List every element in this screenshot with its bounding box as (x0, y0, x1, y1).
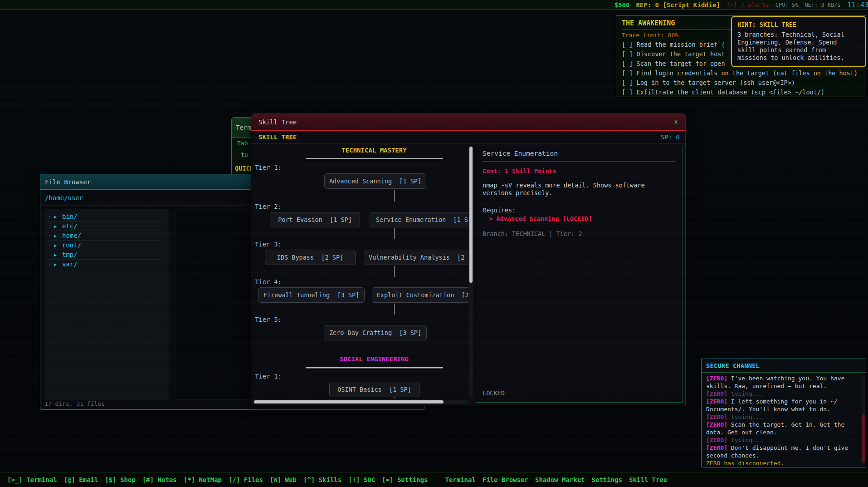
chat-message: skills. Raw, unrefined — but real. (706, 382, 862, 390)
folder-arrow-icon: ▶ (54, 262, 62, 267)
taskbar-launcher-settings[interactable]: [=] Settings (382, 476, 428, 483)
minimize-button[interactable]: _ (661, 118, 665, 126)
detail-locked-status: LOCKED (483, 389, 505, 397)
chevron-icon: › (48, 223, 54, 230)
directory-row[interactable]: › ▶ tmp/ (48, 250, 162, 260)
skill-vulnerability-analysis[interactable]: Vulnerability Analysis [2 SP] (365, 250, 468, 265)
chat-message: [ZERO] I've been watching you. You have (706, 374, 862, 382)
mission-objective: [ ] Find login credentials on the target… (622, 69, 860, 78)
skill-connector (394, 190, 395, 202)
skill-connector (394, 228, 395, 239)
folder-arrow-icon: ▶ (54, 214, 62, 219)
file-browser-title: File Browser (45, 178, 91, 186)
hint-text: missions to unlock abilities. (737, 54, 860, 62)
skill-firewall-tunneling[interactable]: Firewall Tunneling [3 SP] (258, 287, 365, 303)
taskbar-launcher-notes[interactable]: [#] Notes (142, 476, 177, 483)
cpu-stat: CPU: 5% (775, 2, 799, 8)
secure-channel-panel: SECURE CHANNEL [ZERO] I've been watching… (701, 359, 866, 467)
branch-divider (306, 367, 443, 369)
skill-connector (394, 397, 395, 398)
skill-connector (394, 266, 395, 277)
close-button[interactable]: X (674, 118, 678, 126)
vertical-scrollbar[interactable] (469, 146, 473, 398)
branch-title-technical: TECHNICAL MASTERY (252, 147, 468, 154)
directory-name: bin/ (62, 213, 78, 220)
taskbar-launcher-soc[interactable]: [!] SOC (348, 476, 375, 483)
detail-requires-label: Requires: (483, 207, 676, 214)
hint-title: HINT: SKILL TREE (737, 21, 860, 28)
taskbar-launcher-web[interactable]: [W] Web (270, 476, 297, 483)
skill-tree-window: Skill Tree _ X SKILL TREE SP: 0 TECHNICA… (251, 113, 686, 406)
skill-tree-pane: TECHNICAL MASTERY Tier 1: Advanced Scann… (252, 146, 468, 398)
taskbar-launcher-terminal[interactable]: [>_] Terminal (7, 476, 57, 483)
directory-row[interactable]: › ▶ root/ (48, 241, 162, 250)
tier-label: Tier 5: (255, 316, 282, 323)
directory-name: etc/ (62, 222, 78, 230)
hint-text: Engineering, Defense. Spend (737, 39, 860, 46)
taskbar-launcher-shop[interactable]: [$] Shop (105, 476, 135, 483)
detail-description: nmap -sV reveals more detail. Shows soft… (483, 182, 676, 189)
skill-zero-day-crafting[interactable]: Zero-Day Crafting [3 SP] (324, 325, 427, 340)
taskbar-window-shadow-market[interactable]: Shadow Market (535, 476, 585, 483)
branch-divider (306, 158, 443, 160)
directory-row[interactable]: › ▶ bin/ (48, 212, 162, 221)
net-stat: NET: 3 KB/s (805, 2, 840, 8)
skill-port-evasion[interactable]: Port Evasion [1 SP] (270, 212, 360, 227)
chat-scrollbar[interactable] (862, 374, 865, 464)
directory-row[interactable]: › ▶ home/ (48, 231, 162, 241)
chat-messages: [ZERO] I've been watching you. You have … (702, 373, 866, 467)
chat-typing-indicator: [ZERO] typing... (706, 413, 862, 421)
chat-scrollbar-thumb[interactable] (862, 414, 865, 462)
skill-points-counter: SP: 0 (661, 133, 680, 141)
chat-typing-indicator: [ZERO] typing... (706, 390, 862, 398)
tier-label: Tier 4: (255, 278, 282, 285)
skill-ids-bypass[interactable]: IDS Bypass [2 SP] (265, 250, 356, 265)
folder-arrow-icon: ▶ (54, 252, 62, 257)
detail-skill-name: Service Enumeration (483, 150, 676, 162)
skill-detail-panel: Service Enumeration Cost: 1 Skill Points… (476, 146, 683, 403)
desktop: $500 REP: 0 [Script Kiddie] [!] 7 alerts… (0, 0, 868, 487)
skill-tree-titlebar[interactable]: Skill Tree _ X (251, 114, 685, 131)
chat-message: second chances. (706, 452, 862, 459)
clock: 11:43 (847, 0, 868, 9)
taskbar-window-file-browser[interactable]: File Browser (483, 476, 528, 483)
taskbar-window-terminal[interactable]: Terminal (445, 476, 475, 483)
taskbar-launcher-files[interactable]: [/] Files (229, 476, 263, 483)
skill-service-enumeration[interactable]: Service Enumeration [1 SP] (370, 212, 468, 227)
horizontal-scrollbar[interactable] (252, 400, 468, 404)
taskbar-window-settings[interactable]: Settings (592, 476, 622, 483)
skill-osint-basics[interactable]: OSINT Basics [1 SP] (329, 382, 419, 397)
mission-objective: [ ] Exfiltrate the client database (scp … (622, 88, 860, 97)
money-balance: $500 (614, 1, 630, 9)
skill-exploit-customization[interactable]: Exploit Customization [2 SP] (372, 287, 468, 303)
taskbar-launcher-netmap[interactable]: [*] NetMap (184, 476, 222, 483)
directory-row[interactable]: › ▶ etc/ (48, 221, 162, 231)
directory-row[interactable]: › ▶ var/ (48, 260, 162, 269)
skill-advanced-scanning[interactable]: Advanced Scanning [1 SP] (324, 173, 426, 189)
alerts-badge[interactable]: [!] 7 alerts (727, 1, 769, 8)
directory-name: tmp/ (62, 251, 78, 258)
vertical-scrollbar-thumb[interactable] (469, 147, 473, 283)
taskbar: [>_] Terminal [@] Email [$] Shop [#] Not… (0, 472, 868, 487)
hint-tooltip: HINT: SKILL TREE 3 branches: Technical, … (731, 16, 866, 67)
file-browser-status: 17 dirs, 31 files (44, 400, 105, 407)
folder-arrow-icon: ▶ (54, 224, 62, 229)
chevron-icon: › (48, 232, 54, 239)
branch-title-social: SOCIAL ENGINEERING (252, 355, 468, 363)
detail-description: versions precisely. (483, 189, 676, 197)
hint-text: 3 branches: Technical, Social (737, 31, 860, 39)
taskbar-launcher-email[interactable]: [@] Email (64, 476, 98, 483)
detail-cost: Cost: 1 Skill Points (483, 167, 676, 175)
reputation-label: REP: 0 [Script Kiddie] (636, 1, 720, 9)
chat-message: [ZERO] Don't disappoint me. I don't give (706, 444, 862, 452)
chat-message: [ZERO] Scan the target. Get in. Get the (706, 421, 862, 428)
folder-arrow-icon: ▶ (54, 243, 62, 248)
chat-system-message: ZERO has disconnected. (706, 459, 862, 467)
directory-name: var/ (62, 261, 78, 268)
skill-tree-window-title: Skill Tree (258, 118, 297, 126)
horizontal-scrollbar-thumb[interactable] (254, 400, 444, 403)
folder-arrow-icon: ▶ (54, 233, 62, 238)
terminal-tab[interactable]: Tab (237, 140, 248, 147)
taskbar-launcher-skills[interactable]: [^] Skills (303, 476, 341, 483)
taskbar-window-skill-tree[interactable]: Skill Tree (629, 476, 667, 483)
